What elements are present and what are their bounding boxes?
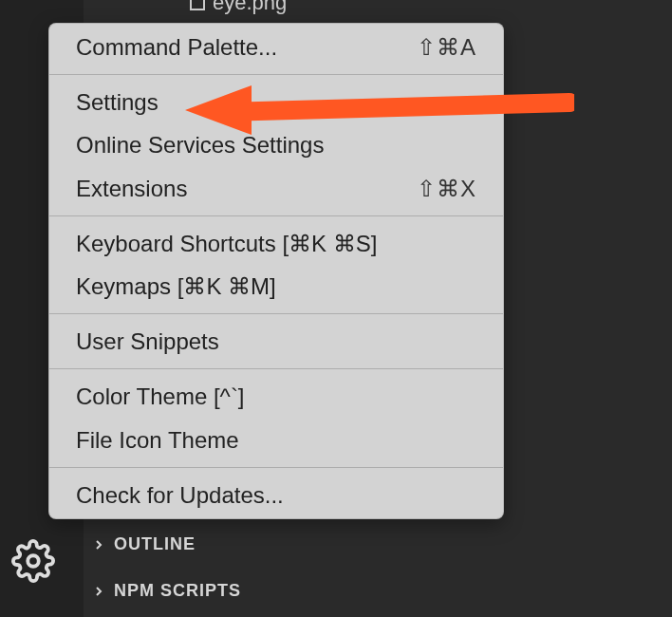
- chevron-right-icon: [91, 584, 106, 599]
- menu-label: File Icon Theme: [76, 422, 239, 458]
- menu-settings[interactable]: Settings: [49, 81, 503, 123]
- menu-online-services[interactable]: Online Services Settings: [49, 123, 503, 166]
- menu-label: Color Theme [^`]: [76, 379, 245, 414]
- menu-file-icon-theme[interactable]: File Icon Theme: [49, 419, 503, 461]
- menu-label: Command Palette...: [76, 29, 277, 65]
- menu-label: Online Services Settings: [76, 127, 324, 162]
- menu-label: Check for Updates...: [76, 477, 284, 513]
- section-label: NPM SCRIPTS: [114, 581, 241, 601]
- svg-point-3: [28, 555, 39, 567]
- menu-color-theme[interactable]: Color Theme [^`]: [49, 375, 503, 418]
- menu-label: Keyboard Shortcuts [⌘K ⌘S]: [76, 226, 377, 261]
- menu-shortcut: ⇧⌘A: [417, 29, 476, 65]
- menu-separator: [49, 467, 503, 468]
- gear-context-menu: Command Palette... ⇧⌘A Settings Online S…: [48, 23, 504, 519]
- menu-keyboard-shortcuts[interactable]: Keyboard Shortcuts [⌘K ⌘S]: [49, 222, 503, 265]
- chevron-right-icon: [91, 537, 106, 552]
- menu-shortcut: ⇧⌘X: [417, 171, 476, 206]
- sidebar-section-npm-scripts[interactable]: NPM SCRIPTS: [91, 581, 241, 601]
- section-label: OUTLINE: [114, 534, 196, 554]
- menu-command-palette[interactable]: Command Palette... ⇧⌘A: [49, 26, 503, 68]
- menu-separator: [49, 74, 503, 75]
- menu-keymaps[interactable]: Keymaps [⌘K ⌘M]: [49, 265, 503, 308]
- menu-label: Settings: [76, 84, 159, 120]
- sidebar-section-outline[interactable]: OUTLINE: [91, 534, 196, 554]
- menu-separator: [49, 215, 503, 216]
- menu-extensions[interactable]: Extensions ⇧⌘X: [49, 167, 503, 210]
- file-icon: [190, 0, 205, 10]
- file-tree-item[interactable]: eye.png: [190, 0, 287, 15]
- menu-label: Extensions: [76, 171, 187, 206]
- menu-user-snippets[interactable]: User Snippets: [49, 320, 503, 363]
- menu-check-updates[interactable]: Check for Updates...: [49, 474, 503, 516]
- gear-icon[interactable]: [11, 539, 55, 583]
- menu-separator: [49, 313, 503, 314]
- file-name: eye.png: [213, 0, 287, 15]
- menu-label: Keymaps [⌘K ⌘M]: [76, 269, 276, 304]
- menu-separator: [49, 368, 503, 369]
- menu-label: User Snippets: [76, 324, 219, 359]
